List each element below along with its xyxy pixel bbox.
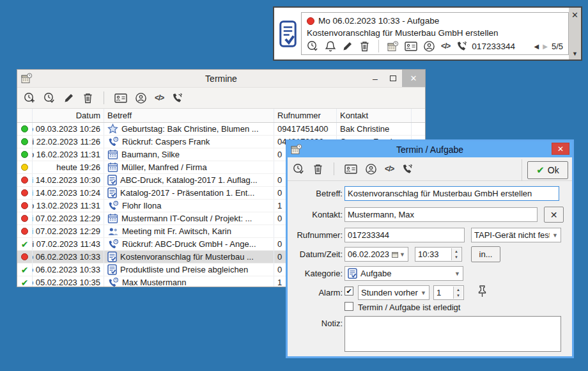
task-icon [107,187,117,198]
row-datum: Di 14.02.2023 10:24 [33,187,104,199]
col-betreff[interactable]: Betreff [104,109,274,122]
code-icon[interactable]: </> [155,94,164,102]
rufnummer-input[interactable] [344,228,465,242]
trash-icon[interactable] [359,40,370,52]
row-datum: Mo 06.02.2023 10:33 [33,251,104,263]
reminder-phone-number[interactable]: 017233344 [472,42,515,51]
person-icon[interactable] [365,163,377,175]
row-datum: Do 09.03.2023 10:26 [33,123,104,135]
calendar-icon [107,149,118,160]
betreff-input[interactable] [344,186,559,201]
chevron-down-icon: ▼ [552,232,558,239]
in-button[interactable]: in... [471,246,500,262]
table-header[interactable]: Datum Betreff Rufnummer Kontakt [17,109,425,123]
status-dot-red [17,212,33,225]
status-dot-red [17,251,33,263]
time-input[interactable]: 10:33 ▲▼ [415,247,462,262]
col-datum[interactable]: Datum [33,109,104,122]
erledigt-checkbox[interactable] [344,302,353,311]
row-betreff: Katalog-2017 - Präsentation 1. Ent... [104,187,274,199]
alarm-amount-input[interactable]: 1 ▲▼ [433,285,464,300]
row-datum: Di 07.02.2023 12:29 [33,212,104,225]
alarm-unit-value: Stunden vorher [361,288,418,297]
toolbar-separator [104,91,104,104]
vcard-icon[interactable] [114,93,127,104]
tapi-device-value: TAPI-Gerät nicht festleg [474,230,550,240]
row-betreff: Kostenvoranschlag für Musterbau ... [104,251,274,263]
kategorie-value: Aufgabe [360,269,391,278]
termine-titlebar[interactable]: Termine – ✕ [17,70,425,87]
close-icon[interactable]: ✕ [571,10,578,20]
bell-icon[interactable] [325,40,336,52]
datum-zeit-label: Datum/Zeit: [289,249,343,259]
reminder-content: Mo 06.02.2023 10:33 - Aufgabe Kostenvora… [301,12,569,55]
col-rufnummer[interactable]: Rufnummer [274,109,337,122]
vcard-icon[interactable] [344,164,357,175]
clock-check-icon[interactable] [43,92,56,104]
erledigt-label: Termin / Aufgabe ist erledigt [358,303,460,312]
dialog-close-button[interactable]: ✕ [552,143,569,155]
phone-icon[interactable] [171,92,183,104]
phone-icon[interactable] [401,163,414,175]
clock-plus-icon[interactable] [24,92,36,104]
row-betreff-text: Produktliste und Preise abgleichen [120,265,248,274]
trash-icon[interactable] [82,92,93,104]
alarm-amount-spinner[interactable]: ▲▼ [453,287,463,299]
status-dot-green [17,148,33,161]
kontakt-label: Kontakt: [289,210,343,219]
chevron-down-icon: ▼ [454,271,460,277]
phone-icon[interactable] [456,40,468,52]
row-betreff-text: Meeting mit Fr. Awitsch, Karin [122,226,231,236]
phone-clock-icon [107,136,119,148]
table-row[interactable]: Do 09.03.2023 10:26Geburtstag: Bak Chris… [17,123,425,136]
date-picker[interactable]: 06.02.2023 ▼ [344,247,408,262]
notiz-textarea[interactable] [344,316,561,352]
minimize-button[interactable]: – [366,70,384,87]
status-dot-green [17,136,33,148]
clock-check-icon[interactable] [293,163,305,175]
rufnummer-label: Rufnummer: [289,230,343,240]
status-dot-yellow [17,161,33,173]
pencil-icon[interactable] [342,40,353,52]
row-betreff: Produktliste und Preise abgleichen [104,264,274,276]
prev-reminder-button[interactable]: ◀ [534,43,539,50]
notiz-label: Notiz: [289,319,343,328]
vcard-icon[interactable] [405,41,417,52]
reminder-side-strip: ✕ ▼ [569,8,581,59]
phone-clock-icon [107,200,119,212]
dialog-titlebar[interactable]: Termin / Aufgabe [288,141,572,157]
termine-toolbar: </> [17,87,425,109]
expand-icon[interactable]: ▼ [572,51,578,57]
person-icon[interactable] [135,92,147,104]
people-icon [107,226,119,237]
pencil-icon[interactable] [63,92,75,104]
clear-kontakt-button[interactable]: ✕ [544,207,564,223]
status-dot-red [17,187,33,199]
calendar-clock-icon[interactable] [387,41,399,52]
dialog-title: Termin / Aufgabe [288,145,572,155]
col-kontakt[interactable]: Kontakt [337,109,412,122]
kontakt-input[interactable] [344,207,538,222]
pin-icon[interactable] [477,285,488,297]
person-icon[interactable] [423,40,435,52]
close-button[interactable]: ✕ [402,70,425,87]
code-icon[interactable]: </> [385,165,394,173]
row-betreff-text: Kostenvoranschlag für Musterbau ... [120,252,254,262]
chevron-down-icon: ▼ [421,290,426,296]
next-reminder-button[interactable]: ▶ [543,43,548,50]
ok-button[interactable]: ✔ Ok [527,161,568,179]
maximize-button[interactable] [384,70,402,87]
row-datum: Di 14.02.2023 10:30 [33,174,104,186]
time-spinner[interactable]: ▲▼ [451,248,461,260]
alarm-checkbox[interactable]: ✔ [344,287,353,296]
clock-snooze-icon[interactable] [307,40,319,52]
tapi-device-select[interactable]: TAPI-Gerät nicht festleg ▼ [471,228,561,242]
row-rufnummer: 09417451400 [274,123,337,135]
code-icon[interactable]: </> [441,42,450,50]
task-icon [107,175,117,186]
alarm-unit-select[interactable]: Stunden vorher ▼ [358,285,429,300]
kategorie-select[interactable]: Aufgabe ▼ [344,266,463,281]
trash-icon[interactable] [313,163,323,175]
row-betreff-text: Müller, Manfred / Firma [121,162,207,172]
row-datum: Mo 13.02.2023 11:31 [33,200,104,212]
